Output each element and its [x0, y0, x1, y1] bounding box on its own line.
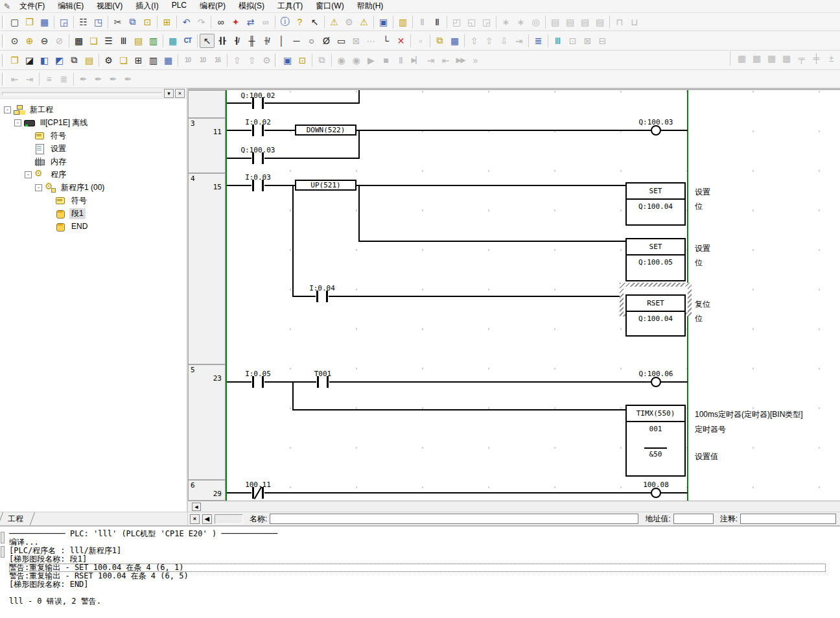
memory-view-d-button[interactable]: ▦	[779, 51, 794, 65]
copy-button[interactable]: ⧉	[125, 15, 140, 29]
rung-gutter-4[interactable]: 4 15	[188, 173, 226, 364]
pause-button[interactable]: Ⅱ	[430, 15, 445, 29]
next-reference-button[interactable]: ⇧	[482, 34, 496, 48]
print-preview-button[interactable]: ◳	[91, 15, 106, 29]
expand-instruction-button[interactable]: ⋯	[364, 34, 379, 48]
paste-button[interactable]: ⊡	[140, 15, 155, 29]
select-mode-button[interactable]: ↖	[200, 34, 215, 48]
bar-left-button[interactable]: ◀	[202, 514, 212, 524]
new-vertical-button[interactable]: │	[274, 34, 289, 48]
new-closed-coil-button[interactable]: Ø	[319, 34, 334, 48]
window-local-button[interactable]: ⧉	[67, 53, 82, 67]
operand-label[interactable]: Q:100.02	[229, 91, 287, 100]
used-addresses-button[interactable]: ▦	[447, 34, 462, 48]
io-table-button[interactable]: ▤	[548, 15, 563, 29]
memory-fill-button[interactable]: ╤	[794, 51, 809, 65]
instruction-up[interactable]: UP(521)	[295, 180, 356, 191]
block-comment-button[interactable]: ≡	[41, 72, 56, 86]
scroll-left-button[interactable]: ◀	[192, 503, 201, 511]
new-file-button[interactable]: ▢	[7, 15, 22, 29]
tree-item-memory[interactable]: 内存	[0, 155, 187, 168]
cut-button[interactable]: ✂	[110, 15, 125, 29]
clear-breakpoint-button[interactable]: ◉	[349, 53, 364, 67]
paste-special-button[interactable]: ⊞	[159, 15, 174, 29]
bookmark-d-button[interactable]: ✒	[121, 72, 135, 86]
force-cancel-button[interactable]: ◎	[528, 15, 543, 29]
new-instruction-button[interactable]: ▭	[334, 34, 349, 48]
force-on-button[interactable]: ∗	[498, 15, 513, 29]
tree-expander-icon[interactable]: -	[35, 184, 42, 191]
watch-pane-b-button[interactable]: ⊡	[565, 34, 580, 48]
zoom-tool-button[interactable]: ⊙	[7, 34, 22, 48]
new-or-closed-contact-button[interactable]: ╫/	[259, 34, 274, 48]
find-bit-button[interactable]: ∞	[258, 15, 273, 29]
io-multipoint-button[interactable]: ▤	[563, 15, 578, 29]
menu-item-5[interactable]: 编程(P)	[193, 0, 232, 13]
menu-item-0[interactable]: 文件(F)	[13, 0, 51, 13]
print-button[interactable]: ☷	[76, 15, 91, 29]
find-next-report-button[interactable]: ⚠	[356, 15, 371, 29]
tree-item-project-root[interactable]: -新工程	[0, 103, 187, 116]
indent-more-button[interactable]: ⇥	[22, 72, 37, 86]
monitor-signed-decimal-button[interactable]: 10	[195, 53, 210, 67]
tree-expander-icon[interactable]: -	[14, 119, 21, 126]
menu-item-7[interactable]: 工具(T)	[271, 0, 309, 13]
sim-step-button[interactable]: ▶▏	[408, 53, 423, 67]
rung-wrap-button[interactable]: ▤	[131, 34, 146, 48]
instruction-operand[interactable]: 001	[627, 422, 684, 435]
edit-misc-button[interactable]: ▫	[413, 34, 428, 48]
context-help-button[interactable]: ↖	[307, 15, 322, 29]
sim-stop-button[interactable]: ■	[379, 53, 393, 67]
block-list-button[interactable]: ≣	[56, 72, 71, 86]
window-output-button[interactable]: ◪	[22, 53, 37, 67]
instruction-down[interactable]: DOWN(522)	[295, 125, 356, 136]
toolbar-grip[interactable]	[2, 73, 5, 86]
show-rungs-button[interactable]: ▥	[146, 34, 161, 48]
bar-close-button[interactable]: ×	[190, 514, 200, 524]
rung-list-button[interactable]: ☰	[101, 34, 116, 48]
delete-line-button[interactable]: ✕	[393, 34, 408, 48]
operand-label[interactable]: 100.08	[627, 481, 685, 489]
undo-button[interactable]: ↶	[179, 15, 194, 29]
operand-label[interactable]: Q:100.03	[627, 118, 685, 126]
compile-program-button[interactable]: ⚠	[327, 15, 342, 29]
menu-item-3[interactable]: 插入(I)	[129, 0, 165, 13]
output-coil[interactable]	[651, 125, 661, 136]
operand-label[interactable]: I:0.03	[229, 173, 287, 182]
io-status-button[interactable]: ▤	[578, 15, 592, 29]
pause-monitoring-button[interactable]: Ⅱ	[415, 15, 430, 29]
set-breakpoint-button[interactable]: ◉	[334, 53, 349, 67]
force-off-button[interactable]: ∗	[513, 15, 528, 29]
memory-swap-button[interactable]: ╪	[809, 51, 824, 65]
sim-continuous-step-button[interactable]: ▶▶	[453, 53, 468, 67]
name-input[interactable]	[270, 514, 638, 524]
ladder-hscrollbar[interactable]: ◀	[188, 501, 840, 512]
bookmark-c-button[interactable]: ✒	[106, 72, 121, 86]
instruction-operand[interactable]: Q:100.05	[627, 256, 684, 268]
redo-button[interactable]: ↷	[194, 15, 209, 29]
output-splitter-grip[interactable]	[1, 546, 5, 558]
menu-item-9[interactable]: 帮助(H)	[351, 0, 390, 13]
window-cross-ref-button[interactable]: ◩	[52, 53, 67, 67]
replace-button[interactable]: ⇄	[243, 15, 258, 29]
output-panel[interactable]: ──────────── PLC: 'lll' (PLC机型 'CP1E E20…	[0, 525, 840, 618]
simulator-transfer-button[interactable]: ⧉	[314, 53, 329, 67]
monitor-hex-button[interactable]: 16	[210, 53, 225, 67]
memory-view-b-button[interactable]: ▦	[749, 51, 764, 65]
upload-button[interactable]: ◱	[464, 15, 479, 29]
new-or-contact-button[interactable]: ╫	[244, 34, 259, 48]
transfer-options-button[interactable]: ▣	[280, 53, 295, 67]
menu-item-1[interactable]: 编辑(E)	[51, 0, 90, 13]
work-online-button[interactable]: ▣	[376, 15, 391, 29]
watch-pane-c-button[interactable]: ⊠	[580, 34, 595, 48]
instruction-rset[interactable]: RSET Q:100.04	[625, 294, 686, 337]
instruction-operand[interactable]: &50	[644, 450, 667, 458]
operand-label[interactable]: I:0.05	[229, 370, 287, 378]
comment-list-button[interactable]: ▥	[146, 53, 161, 67]
tree-item-settings[interactable]: 设置	[0, 142, 187, 155]
operand-label[interactable]: Q:100.03	[229, 146, 287, 154]
change-all-button[interactable]: ✦	[228, 15, 243, 29]
operand-label[interactable]: I:0.04	[293, 284, 351, 292]
tree-item-programs[interactable]: -程序	[0, 168, 187, 181]
compile-all-button[interactable]: ⚙	[342, 15, 356, 29]
